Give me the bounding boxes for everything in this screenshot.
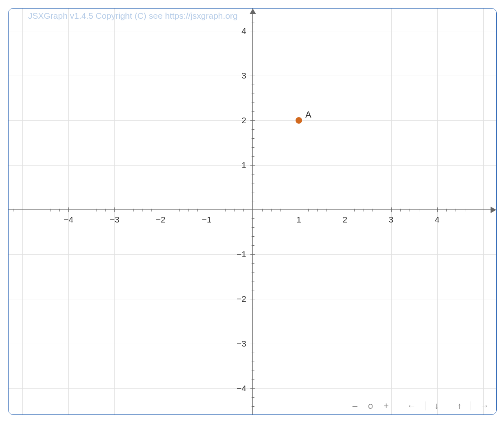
y-minor-tick <box>252 245 254 246</box>
y-minor-tick <box>252 58 254 58</box>
x-tick <box>114 207 115 212</box>
x-minor-tick <box>216 209 216 212</box>
x-minor-tick <box>354 209 355 212</box>
nav-separator <box>471 401 471 410</box>
y-minor-tick <box>252 111 254 112</box>
y-minor-tick <box>252 362 254 362</box>
y-tick <box>250 299 255 299</box>
y-tick-label: 3 <box>241 71 250 81</box>
gridline-v <box>483 9 484 414</box>
nav-separator <box>398 401 398 410</box>
x-minor-tick <box>336 209 336 212</box>
y-tick <box>250 388 255 389</box>
y-tick-label: −4 <box>237 384 250 393</box>
x-minor-tick <box>290 209 290 212</box>
x-tick-label: −2 <box>156 215 166 225</box>
x-minor-tick <box>124 209 124 212</box>
x-minor-tick <box>133 209 134 212</box>
x-minor-tick <box>96 209 96 212</box>
y-minor-tick <box>252 138 254 139</box>
y-minor-tick <box>252 317 254 317</box>
y-minor-tick <box>252 94 254 94</box>
x-minor-tick <box>446 209 447 212</box>
x-tick-label: −3 <box>110 215 119 225</box>
zoom-out-button[interactable]: – <box>351 401 359 411</box>
y-tick-label: −3 <box>237 339 250 349</box>
x-minor-tick <box>456 209 456 212</box>
zoom-in-button[interactable]: + <box>382 401 390 411</box>
x-minor-tick <box>317 209 318 212</box>
y-tick <box>250 120 255 121</box>
y-tick-label: 2 <box>241 116 250 125</box>
y-minor-tick <box>252 40 254 40</box>
jsxgraph-board[interactable]: JSXGraph v1.4.5 Copyright (C) see https:… <box>8 8 497 415</box>
y-minor-tick <box>252 49 254 49</box>
y-minor-tick <box>252 156 254 157</box>
y-minor-tick <box>252 236 254 237</box>
x-tick <box>207 207 207 212</box>
point-a[interactable] <box>296 117 302 124</box>
y-tick <box>250 31 255 31</box>
plot-area[interactable]: −4 −3 −2 −1 1 2 3 4 4 3 2 1 −1 −2 −3 −4 … <box>9 9 496 414</box>
x-tick <box>161 207 161 212</box>
y-tick-label: 1 <box>241 160 250 170</box>
y-minor-tick <box>252 406 254 407</box>
y-minor-tick <box>252 218 254 219</box>
x-tick-label: 2 <box>343 215 348 225</box>
gridline-v <box>22 9 23 414</box>
x-minor-tick <box>32 209 32 212</box>
y-minor-tick <box>252 308 254 308</box>
pan-left-button[interactable]: ← <box>405 401 418 411</box>
x-tick-label: −4 <box>64 215 73 225</box>
x-minor-tick <box>493 209 493 212</box>
x-minor-tick <box>364 209 364 212</box>
x-tick-label: −1 <box>202 215 212 225</box>
x-minor-tick <box>465 209 465 212</box>
y-minor-tick <box>252 147 254 148</box>
x-tick <box>345 207 345 212</box>
y-minor-tick <box>252 129 254 130</box>
x-minor-tick <box>308 209 309 212</box>
x-minor-tick <box>78 209 78 212</box>
y-minor-tick <box>252 281 254 281</box>
y-minor-tick <box>252 192 254 192</box>
x-tick <box>391 207 392 212</box>
y-tick <box>250 254 255 255</box>
y-minor-tick <box>252 13 254 13</box>
x-minor-tick <box>373 209 373 212</box>
x-tick <box>437 207 438 212</box>
x-axis-arrow-icon <box>491 207 496 213</box>
y-minor-tick <box>252 371 254 371</box>
x-minor-tick <box>400 209 401 212</box>
x-minor-tick <box>225 209 226 212</box>
y-minor-tick <box>252 335 254 335</box>
pan-down-button[interactable]: ↓ <box>433 401 440 411</box>
y-minor-tick <box>252 201 254 201</box>
y-minor-tick <box>252 102 254 103</box>
x-minor-tick <box>474 209 474 212</box>
x-minor-tick <box>243 209 244 212</box>
x-minor-tick <box>327 209 327 212</box>
y-minor-tick <box>252 227 254 228</box>
y-minor-tick <box>252 326 254 326</box>
x-minor-tick <box>170 209 170 212</box>
pan-right-button[interactable]: → <box>478 401 491 411</box>
y-minor-tick <box>252 85 254 85</box>
y-tick-label: −2 <box>237 294 250 304</box>
nav-separator <box>448 401 448 410</box>
x-minor-tick <box>41 209 41 212</box>
zoom-reset-button[interactable]: o <box>366 401 375 411</box>
x-tick <box>68 207 69 212</box>
y-minor-tick <box>252 353 254 353</box>
x-minor-tick <box>280 209 281 212</box>
x-minor-tick <box>419 209 419 212</box>
x-minor-tick <box>151 209 152 212</box>
x-minor-tick <box>410 209 410 212</box>
x-minor-tick <box>382 209 382 212</box>
y-minor-tick <box>252 397 254 398</box>
y-minor-tick <box>252 272 254 273</box>
x-minor-tick <box>105 209 106 212</box>
x-minor-tick <box>142 209 142 212</box>
point-a-label: A <box>305 109 311 120</box>
pan-up-button[interactable]: ↑ <box>456 401 463 411</box>
